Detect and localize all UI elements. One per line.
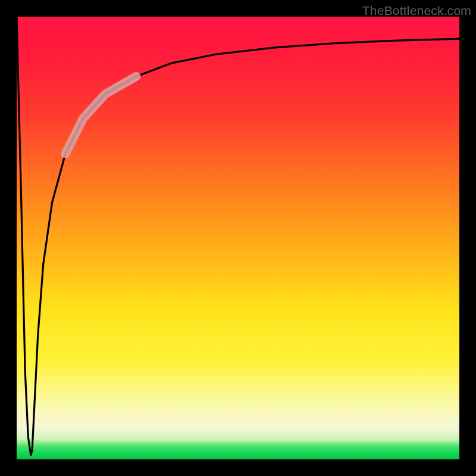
watermark-text: TheBottleneck.com (362, 4, 471, 18)
plot-area (17, 17, 459, 459)
curve-svg (17, 17, 459, 459)
chart-frame: TheBottleneck.com (0, 0, 476, 476)
bottleneck-curve (17, 17, 459, 455)
curve-highlight (65, 76, 136, 154)
